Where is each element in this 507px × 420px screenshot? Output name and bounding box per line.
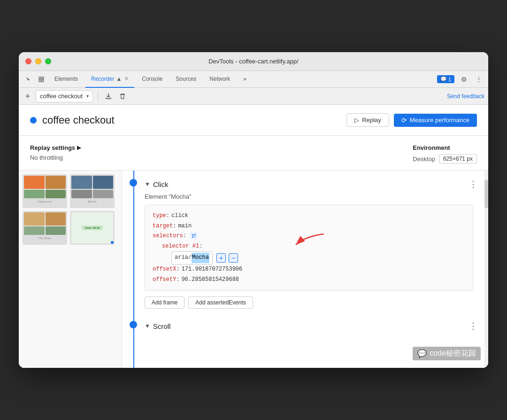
recording-title-text: coffee checkout — [42, 114, 115, 126]
scroll-track — [484, 171, 488, 368]
step-title-row: ▼ Click — [145, 180, 168, 188]
code-offsetx-key: offsetX — [153, 264, 176, 275]
step-more-button[interactable]: ⋮ — [466, 178, 481, 190]
step-dot-click — [130, 179, 137, 187]
scroll-collapse-icon[interactable]: ▼ — [145, 323, 150, 329]
toolbar-right: 💬 1 ⚙ ⋮ — [437, 74, 484, 85]
step-collapse-icon[interactable]: ▼ — [145, 181, 150, 187]
notification-badge[interactable]: 💬 1 — [437, 75, 454, 83]
selector-highlight: Mocha — [192, 253, 209, 263]
settings-section: Replay settings ▶ No throttling Environm… — [19, 136, 488, 171]
play-icon: ▷ — [354, 117, 359, 124]
code-type-val: click — [171, 211, 188, 221]
recorder-subtoolbar: + coffee checkout ▾ Send feedback — [19, 88, 488, 105]
scroll-title-row: ▼ Scroll — [145, 322, 170, 330]
resolution-badge: 625×671 px — [439, 154, 477, 163]
selector-prefix: aria/ — [175, 253, 192, 263]
code-offsety-val: 96.28585815429688 — [182, 275, 239, 285]
send-feedback-link[interactable]: Send feedback — [447, 93, 484, 100]
watermark-text: code秘密花园 — [430, 349, 476, 358]
scroll-more-button[interactable]: ⋮ — [466, 320, 481, 332]
scroll-thumb[interactable] — [484, 180, 488, 208]
timeline-area: ▼ Click ⋮ Element "Mocha" type : — [122, 171, 488, 368]
steps-area: Cappuccino — [19, 171, 488, 368]
thumbnail-panel: Cappuccino — [19, 171, 122, 368]
tab-close-icon[interactable]: ✕ — [124, 76, 129, 82]
svg-rect-3 — [42, 80, 44, 82]
thumbnail-4[interactable]: Total: 30.00 — [70, 211, 115, 245]
titlebar: DevTools - coffee-cart.netlify.app/ — [19, 52, 488, 71]
code-target-val: main — [178, 221, 192, 232]
throttling-value: No throttling — [30, 154, 81, 161]
settings-icon[interactable]: ⚙ — [458, 74, 469, 85]
code-target-key: target — [153, 221, 173, 232]
add-frame-button[interactable]: Add frame — [145, 296, 184, 309]
measure-icon: ⟳ — [401, 117, 407, 124]
selectors-icon[interactable] — [190, 231, 198, 241]
cursor-icon[interactable] — [23, 74, 34, 85]
more-icon[interactable]: ⋮ — [473, 74, 484, 85]
selector-value-box: aria/Mocha — [171, 251, 213, 264]
window-controls — [25, 58, 51, 64]
add-recording-button[interactable]: + — [23, 91, 33, 101]
header-buttons: ▷ Replay ⟳ Measure performance — [346, 113, 477, 127]
svg-rect-0 — [39, 77, 41, 79]
delete-icon[interactable] — [117, 91, 128, 102]
step-header-click: ▼ Click ⋮ — [145, 178, 481, 190]
minimize-button[interactable] — [35, 58, 41, 64]
maximize-button[interactable] — [45, 58, 51, 64]
devtools-window: DevTools - coffee-cart.netlify.app/ Elem… — [19, 52, 488, 368]
environment-value: Desktop — [413, 156, 435, 163]
thumbnail-row-1: Cappuccino — [23, 174, 118, 208]
code-selector-num-key: selector #1 — [162, 241, 199, 252]
devtools-content: coffee checkout ▷ Replay ⟳ Measure perfo… — [19, 105, 488, 368]
inspect-icon[interactable] — [36, 74, 47, 85]
svg-rect-2 — [39, 80, 41, 82]
step-type-click: Click — [153, 180, 169, 188]
code-type-key: type — [153, 211, 166, 221]
step-content-click: ▼ Click ⋮ Element "Mocha" type : — [145, 178, 481, 309]
add-asserted-events-button[interactable]: Add assertedEvents — [188, 296, 253, 309]
step-type-scroll: Scroll — [153, 322, 171, 330]
environment-value-row: Desktop 625×671 px — [413, 154, 477, 163]
tab-sources[interactable]: Sources — [170, 71, 202, 88]
step-content-scroll: ▼ Scroll ⋮ — [145, 320, 481, 335]
code-offsetx-val: 171.90187072753906 — [182, 264, 243, 275]
tab-console[interactable]: Console — [136, 71, 168, 88]
replay-settings-label[interactable]: Replay settings ▶ — [30, 144, 81, 151]
thumbnail-3[interactable]: Flat White — [23, 211, 67, 245]
watermark: 💬 code秘密花园 — [413, 347, 481, 360]
wechat-icon: 💬 — [417, 349, 427, 358]
step-subtitle-click: Element "Mocha" — [145, 193, 481, 200]
step-header-scroll: ▼ Scroll ⋮ — [145, 320, 481, 332]
code-selectors-key: selectors — [153, 231, 183, 241]
thumbnail-1[interactable]: Cappuccino — [23, 174, 67, 208]
code-block-click: type : click target : main — [145, 205, 473, 291]
step-dot-scroll — [130, 321, 137, 328]
recording-title: coffee checkout — [30, 114, 115, 126]
tab-more[interactable]: » — [238, 71, 252, 88]
recording-selector[interactable]: coffee checkout ▾ — [36, 90, 93, 102]
close-button[interactable] — [25, 58, 31, 64]
recording-status-dot — [30, 117, 37, 124]
measure-performance-button[interactable]: ⟳ Measure performance — [394, 114, 477, 127]
selector-add-button[interactable]: + — [216, 253, 226, 263]
settings-left: Replay settings ▶ No throttling — [30, 144, 81, 163]
tab-network[interactable]: Network — [204, 71, 236, 88]
scroll-step: ▼ Scroll ⋮ — [122, 316, 488, 342]
tab-recorder[interactable]: Recorder ▲ ✕ — [85, 71, 134, 88]
click-step: ▼ Click ⋮ Element "Mocha" type : — [122, 171, 488, 316]
thumbnail-row-2: Flat White Total: 30.00 — [23, 211, 118, 245]
thumbnail-2[interactable]: Mocha — [70, 174, 115, 208]
tab-elements[interactable]: Elements — [49, 71, 84, 88]
svg-rect-1 — [42, 77, 44, 79]
replay-button[interactable]: ▷ Replay — [346, 113, 389, 127]
step-actions: Add frame Add assertedEvents — [145, 296, 481, 309]
environment-label: Environment — [413, 144, 477, 151]
export-icon[interactable] — [103, 91, 114, 102]
selector-remove-button[interactable]: − — [229, 253, 238, 263]
window-title: DevTools - coffee-cart.netlify.app/ — [208, 58, 299, 65]
devtools-nav: Elements Recorder ▲ ✕ Console Sources Ne… — [19, 71, 488, 88]
code-offsety-key: offsetY — [153, 275, 176, 285]
settings-right: Environment Desktop 625×671 px — [413, 144, 477, 163]
